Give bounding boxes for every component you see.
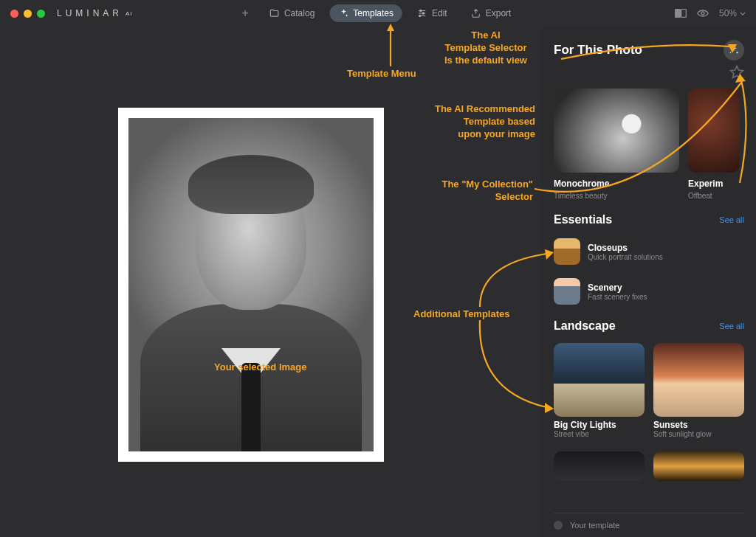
nav-catalog[interactable]: Catalog — [261, 4, 323, 22]
item-thumbnail — [554, 238, 580, 265]
template-card-sunsets[interactable]: Sunsets Soft sunlight glow — [653, 343, 744, 438]
for-this-photo-title: For This Photo — [554, 43, 642, 58]
nav-templates[interactable]: Templates — [329, 4, 402, 22]
landscape-title: Landscape — [554, 319, 616, 333]
card-title: Monochrome — [554, 179, 679, 189]
image-viewer — [0, 27, 542, 537]
svg-rect-7 — [681, 10, 687, 18]
nav-export-label: Export — [486, 8, 512, 18]
svg-point-3 — [420, 10, 422, 11]
card-thumbnail — [653, 343, 744, 417]
card-title: Experim — [688, 179, 740, 189]
card-subtitle: Offbeat — [688, 192, 740, 200]
selected-photo[interactable] — [118, 108, 384, 462]
essentials-see-all[interactable]: See all — [719, 215, 744, 224]
footer-label: Your template — [570, 521, 619, 530]
card-thumbnail — [554, 343, 645, 417]
svg-point-5 — [419, 15, 421, 16]
templates-panel: For This Photo Monochrome Timeless beaut… — [542, 27, 756, 537]
recommended-cards: Monochrome Timeless beauty Experim Offbe… — [554, 89, 744, 200]
item-subtitle: Quick portrait solutions — [588, 253, 663, 261]
card-thumbnail — [688, 89, 740, 173]
minimize-window-button[interactable] — [24, 10, 32, 18]
sliders-icon — [417, 8, 427, 18]
nav-catalog-label: Catalog — [284, 8, 315, 18]
item-subtitle: Fast scenery fixes — [588, 293, 647, 301]
card-subtitle: Soft sunlight glow — [653, 430, 744, 438]
main-nav: + Catalog Templates Edit — [236, 4, 520, 22]
template-card-experiment[interactable]: Experim Offbeat — [688, 89, 740, 200]
essentials-item-closeups[interactable]: Closeups Quick portrait solutions — [554, 237, 744, 266]
folder-icon — [269, 8, 280, 18]
sparkle-icon — [338, 8, 348, 18]
template-card-partial[interactable] — [554, 451, 645, 481]
window-controls — [10, 10, 45, 18]
template-dot-icon — [554, 521, 563, 530]
template-card-partial[interactable] — [653, 451, 744, 481]
app-brand: LUMINAR AI — [57, 8, 133, 18]
template-card-monochrome[interactable]: Monochrome Timeless beauty — [554, 89, 679, 200]
nav-edit[interactable]: Edit — [408, 4, 456, 22]
ai-selector-button[interactable] — [724, 40, 744, 60]
item-title: Closeups — [588, 243, 663, 253]
view-controls: 50% — [675, 7, 746, 19]
brand-name: LUMINAR — [57, 8, 123, 18]
chevron-down-icon — [740, 12, 746, 15]
your-template-footer[interactable]: Your template — [554, 513, 744, 530]
card-thumbnail — [554, 89, 679, 173]
landscape-grid: Big City Lights Street vibe Sunsets Soft… — [554, 343, 744, 438]
item-thumbnail — [554, 278, 580, 305]
zoom-level[interactable]: 50% — [719, 8, 746, 18]
compare-icon[interactable] — [675, 7, 687, 19]
top-bar: LUMINAR AI + Catalog Templates — [0, 0, 756, 27]
nav-templates-label: Templates — [353, 8, 394, 18]
card-subtitle: Street vibe — [554, 430, 645, 438]
landscape-grid-row2 — [554, 451, 744, 481]
add-button[interactable]: + — [236, 7, 255, 20]
close-window-button[interactable] — [10, 10, 18, 18]
essentials-item-scenery[interactable]: Scenery Fast scenery fixes — [554, 277, 744, 306]
brand-suffix: AI — [126, 10, 133, 17]
magic-sparkle-icon — [728, 44, 740, 56]
svg-point-4 — [423, 13, 425, 14]
eye-icon[interactable] — [697, 7, 709, 19]
essentials-title: Essentials — [554, 213, 612, 226]
nav-edit-label: Edit — [432, 8, 447, 18]
export-icon — [471, 8, 481, 18]
my-collection-button[interactable] — [729, 65, 744, 83]
nav-export[interactable]: Export — [462, 4, 520, 22]
template-card-big-city[interactable]: Big City Lights Street vibe — [554, 343, 645, 438]
svg-marker-9 — [731, 66, 743, 78]
main-area: For This Photo Monochrome Timeless beaut… — [0, 27, 756, 537]
star-icon — [729, 65, 744, 80]
landscape-see-all[interactable]: See all — [719, 322, 744, 330]
svg-point-8 — [701, 12, 704, 15]
zoom-value: 50% — [719, 8, 737, 18]
maximize-window-button[interactable] — [37, 10, 45, 18]
item-title: Scenery — [588, 283, 647, 293]
card-subtitle: Timeless beauty — [554, 192, 679, 200]
card-title: Sunsets — [653, 420, 744, 430]
card-title: Big City Lights — [554, 420, 645, 430]
app-window: LUMINAR AI + Catalog Templates — [0, 0, 756, 537]
photo-content — [128, 118, 374, 451]
svg-rect-6 — [676, 10, 681, 18]
